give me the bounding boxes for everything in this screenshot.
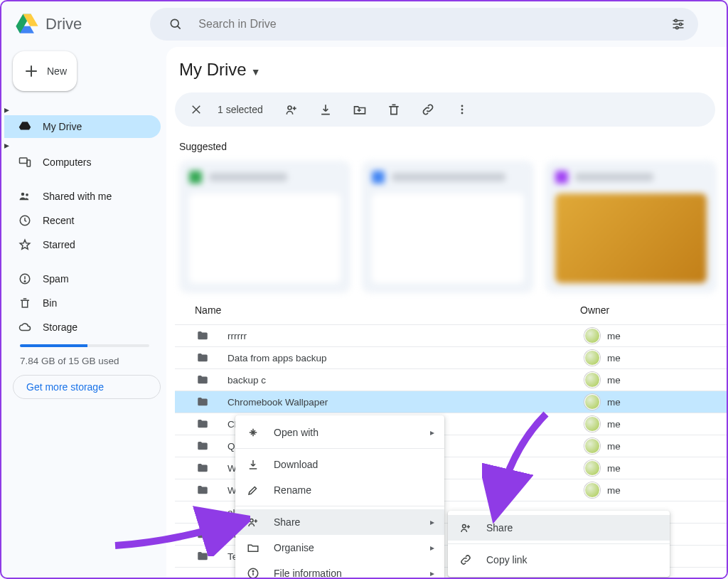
avatar bbox=[584, 372, 600, 388]
chevron-down-icon[interactable]: ▼ bbox=[251, 66, 261, 78]
table-row[interactable]: backup cme bbox=[175, 369, 727, 391]
suggested-card[interactable] bbox=[179, 161, 350, 293]
storage-meter bbox=[20, 344, 149, 347]
share-icon bbox=[247, 516, 261, 528]
suggested-row bbox=[175, 161, 727, 293]
rename-icon bbox=[247, 484, 261, 496]
sidebar: New ▸ My Drive ▸ Computers Shared with m… bbox=[1, 47, 166, 578]
download-button[interactable] bbox=[311, 95, 340, 124]
folder-icon bbox=[195, 506, 228, 519]
folder-icon bbox=[195, 329, 228, 342]
menu-item-label: Organise bbox=[274, 542, 314, 553]
sidebar-item-recent[interactable]: Recent bbox=[4, 209, 161, 232]
svg-point-0 bbox=[171, 19, 179, 27]
file-list-header: Name Owner bbox=[175, 293, 727, 325]
delete-button[interactable] bbox=[380, 95, 408, 124]
file-owner: me bbox=[584, 438, 727, 454]
selection-count: 1 selected bbox=[218, 104, 263, 115]
sidebar-item-spam[interactable]: Spam bbox=[4, 267, 161, 290]
get-more-storage-button[interactable]: Get more storage bbox=[13, 375, 161, 399]
table-row[interactable]: Chromebook Wallpaperme bbox=[175, 391, 727, 413]
file-owner: me bbox=[584, 372, 727, 388]
expand-icon[interactable]: ▸ bbox=[4, 104, 9, 115]
search-bar[interactable] bbox=[150, 8, 698, 41]
chevron-right-icon: ▸ bbox=[430, 543, 434, 553]
svg-point-16 bbox=[250, 519, 254, 523]
column-name[interactable]: Name bbox=[195, 304, 580, 316]
svg-point-19 bbox=[463, 525, 466, 528]
sidebar-item-label: Storage bbox=[43, 322, 77, 333]
sidebar-item-shared[interactable]: Shared with me bbox=[4, 185, 161, 208]
copy-link-button[interactable] bbox=[414, 95, 442, 124]
download-icon bbox=[247, 458, 261, 471]
file-owner: me bbox=[584, 416, 727, 432]
menu-item-organise[interactable]: Organise▸ bbox=[235, 535, 444, 561]
svg-rect-5 bbox=[20, 158, 28, 164]
sidebar-item-bin[interactable]: Bin bbox=[4, 292, 161, 314]
menu-item-download[interactable]: Download bbox=[235, 452, 444, 477]
share-button[interactable] bbox=[277, 95, 306, 124]
avatar bbox=[584, 394, 600, 410]
app-header: Drive bbox=[1, 1, 727, 47]
selection-toolbar: 1 selected bbox=[175, 92, 715, 127]
menu-item-label: Copy link bbox=[486, 554, 528, 565]
clear-selection-button[interactable] bbox=[182, 95, 210, 124]
spam-icon bbox=[18, 272, 31, 285]
search-options-icon[interactable] bbox=[664, 10, 692, 38]
storage-text: 7.84 GB of 15 GB used bbox=[20, 356, 161, 366]
info-icon bbox=[247, 567, 261, 579]
folder-icon bbox=[195, 373, 228, 386]
table-row[interactable]: Data from apps backupme bbox=[175, 347, 727, 369]
folder-icon bbox=[195, 528, 228, 541]
column-owner[interactable]: Owner bbox=[580, 304, 722, 316]
link-icon bbox=[459, 553, 473, 566]
svg-point-7 bbox=[21, 193, 25, 196]
svg-point-13 bbox=[461, 105, 463, 107]
file-owner: me bbox=[584, 394, 727, 410]
avatar bbox=[584, 460, 600, 476]
search-icon[interactable] bbox=[161, 10, 190, 38]
breadcrumb[interactable]: My Drive ▼ bbox=[175, 60, 727, 80]
file-owner: me bbox=[584, 460, 727, 476]
menu-item-label: Share bbox=[274, 516, 300, 528]
file-owner: me bbox=[584, 328, 727, 344]
menu-item-link[interactable]: Copy link bbox=[448, 547, 670, 573]
menu-item-share[interactable]: Share bbox=[448, 515, 670, 541]
svg-point-18 bbox=[252, 570, 254, 572]
chevron-right-icon: ▸ bbox=[430, 568, 434, 578]
sidebar-item-starred[interactable]: Starred bbox=[4, 233, 161, 256]
folder-icon bbox=[195, 351, 228, 364]
sidebar-item-storage[interactable]: Storage bbox=[4, 316, 161, 339]
sidebar-item-my-drive[interactable]: My Drive bbox=[4, 115, 161, 138]
menu-item-label: Share bbox=[486, 522, 513, 533]
file-owner: me bbox=[584, 350, 727, 366]
drive-logo-icon[interactable] bbox=[13, 10, 41, 38]
suggested-card[interactable] bbox=[362, 161, 533, 293]
menu-item-label: Rename bbox=[274, 484, 311, 496]
sidebar-item-label: My Drive bbox=[43, 121, 82, 132]
search-input[interactable] bbox=[190, 18, 664, 31]
menu-divider bbox=[448, 543, 670, 544]
sidebar-item-label: Shared with me bbox=[43, 191, 112, 202]
menu-item-label: File information bbox=[274, 568, 342, 579]
file-name: rrrrrr bbox=[228, 331, 584, 341]
menu-item-info[interactable]: File information▸ bbox=[235, 561, 444, 579]
menu-item-share[interactable]: Share▸ bbox=[235, 509, 444, 535]
open-with-icon bbox=[247, 426, 261, 439]
svg-point-2 bbox=[675, 19, 677, 21]
menu-item-open-with[interactable]: Open with▸ bbox=[235, 420, 444, 445]
new-button[interactable]: New bbox=[13, 51, 77, 91]
drive-icon bbox=[18, 120, 31, 133]
organise-icon bbox=[247, 541, 261, 554]
devices-icon bbox=[18, 156, 31, 169]
chevron-right-icon: ▸ bbox=[430, 517, 434, 527]
expand-icon[interactable]: ▸ bbox=[4, 139, 9, 151]
more-actions-button[interactable] bbox=[448, 95, 476, 124]
move-button[interactable] bbox=[346, 95, 374, 124]
table-row[interactable]: rrrrrrme bbox=[175, 325, 727, 347]
menu-item-rename[interactable]: Rename bbox=[235, 477, 444, 503]
sidebar-item-computers[interactable]: Computers bbox=[4, 151, 161, 174]
suggested-card[interactable] bbox=[545, 161, 717, 293]
share-icon bbox=[459, 521, 473, 534]
sidebar-item-label: Starred bbox=[43, 239, 75, 250]
